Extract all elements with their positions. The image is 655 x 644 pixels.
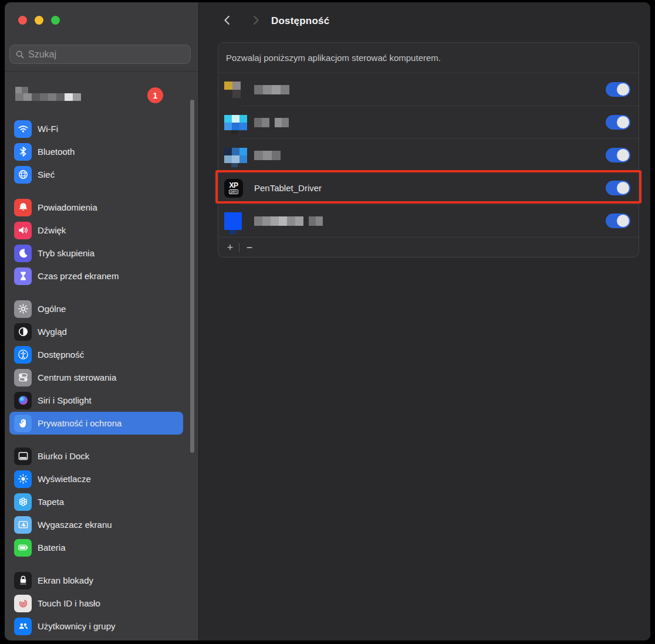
- sidebar-item-label: Tapeta: [38, 497, 64, 507]
- sidebar-item-czas-przed-ekranem[interactable]: Czas przed ekranem: [9, 265, 183, 287]
- app-row-redacted-5[interactable]: [218, 205, 639, 237]
- sidebar-nav: Wi-FiBluetoothSiećPowiadomieniaDźwiękTry…: [9, 117, 183, 640]
- app-toggle[interactable]: [606, 148, 630, 162]
- search-field[interactable]: [9, 45, 191, 64]
- close-button[interactable]: [18, 16, 27, 25]
- control-center-icon: [14, 369, 32, 387]
- zoom-button[interactable]: [51, 16, 60, 25]
- sidebar-item-dzwiek[interactable]: Dźwięk: [9, 219, 183, 242]
- sidebar-group: PowiadomieniaDźwiękTryb skupieniaCzas pr…: [9, 196, 183, 287]
- sidebar-scrollbar[interactable]: [190, 100, 194, 453]
- sidebar-item-label: Wi-Fi: [38, 124, 58, 134]
- redacted-app-name: [254, 85, 289, 94]
- sidebar-item-uzytkownicy-i-grupy[interactable]: Użytkownicy i grupy: [9, 615, 183, 638]
- accessibility-icon: [14, 346, 32, 364]
- sidebar-item-label: Ogólne: [38, 304, 66, 314]
- back-button[interactable]: [222, 15, 233, 26]
- forward-button[interactable]: [250, 15, 261, 26]
- app-icon-zone: [224, 212, 248, 230]
- siri-icon: [14, 392, 32, 409]
- battery-icon: [14, 539, 32, 557]
- sidebar-item-label: Dostępność: [38, 350, 84, 360]
- xppen-app-icon: XPpen: [224, 179, 243, 198]
- search-icon: [15, 50, 25, 59]
- sidebar-item-prywatnosc-i-ochrona[interactable]: Prywatność i ochrona: [9, 412, 183, 435]
- speaker-icon: [14, 222, 32, 239]
- toggle-knob: [617, 215, 629, 227]
- app-toggle[interactable]: [606, 82, 630, 97]
- search-input[interactable]: [28, 49, 185, 60]
- sidebar-group: Biurko i DockWyświetlaczeTapetaWygaszacz…: [9, 445, 183, 559]
- sidebar-item-bateria[interactable]: Bateria: [9, 536, 183, 559]
- hourglass-icon: [14, 267, 32, 285]
- add-app-button[interactable]: +: [224, 240, 236, 255]
- sidebar-item-label: Bluetooth: [38, 147, 75, 157]
- sidebar-item-label: Użytkownicy i grupy: [38, 621, 116, 631]
- redacted-app-name: [254, 216, 323, 226]
- redacted-app-name: [254, 118, 289, 127]
- appearance-icon: [14, 323, 32, 341]
- app-row-redacted-2[interactable]: [218, 106, 639, 138]
- toggle-knob: [617, 149, 629, 161]
- sidebar-item-label: Ekran blokady: [38, 575, 93, 585]
- toggle-knob: [617, 116, 629, 128]
- sidebar-item-label: Siri i Spotlight: [38, 395, 92, 405]
- redacted-app-name: [254, 151, 281, 160]
- page-title: Dostępność: [271, 15, 329, 27]
- app-row-redacted-3[interactable]: [218, 139, 639, 171]
- flower-icon: [14, 493, 32, 511]
- sidebar: 1 Wi-FiBluetoothSiećPowiadomieniaDźwiękT…: [5, 2, 198, 640]
- app-icon-zone: [224, 115, 248, 130]
- toggle-knob: [617, 83, 629, 96]
- sidebar-item-label: Wygląd: [38, 327, 67, 337]
- chevron-right-icon: [250, 15, 261, 26]
- redacted-app-icon: [224, 115, 247, 130]
- main-content: Dostępność Pozwalaj poniższym aplikacjom…: [198, 2, 650, 640]
- sidebar-item-tapeta[interactable]: Tapeta: [9, 490, 183, 513]
- app-icon-zone: XPpen: [224, 179, 248, 198]
- sidebar-item-touch-id-i-haslo[interactable]: Touch ID i hasło: [9, 592, 183, 615]
- minimize-button[interactable]: [35, 16, 43, 25]
- app-toggle[interactable]: [606, 115, 630, 130]
- sidebar-item-dostepnosc[interactable]: Dostępność: [9, 343, 183, 366]
- sidebar-item-siec[interactable]: Sieć: [9, 163, 183, 186]
- user-account-row[interactable]: 1: [15, 87, 188, 107]
- sidebar-item-label: Wygaszacz ekranu: [38, 520, 112, 530]
- sidebar-item-tryb-skupienia[interactable]: Tryb skupienia: [9, 242, 183, 265]
- sidebar-item-siri-i-spotlight[interactable]: Siri i Spotlight: [9, 389, 183, 412]
- app-row-redacted-1[interactable]: [218, 73, 639, 106]
- sidebar-item-label: Touch ID i hasło: [38, 598, 100, 608]
- sidebar-item-wyglad[interactable]: Wygląd: [9, 320, 183, 343]
- remove-app-button[interactable]: −: [244, 240, 255, 255]
- bluetooth-icon: [14, 143, 32, 161]
- sidebar-group: OgólneWyglądDostępnośćCentrum sterowania…: [9, 297, 183, 435]
- accessibility-apps-panel: Pozwalaj poniższym aplikacjom sterować k…: [218, 42, 639, 257]
- sidebar-item-ekran-blokady[interactable]: Ekran blokady: [9, 569, 183, 592]
- sidebar-item-wyswietlacze[interactable]: Wyświetlacze: [9, 467, 183, 490]
- notification-badge: 1: [147, 87, 163, 103]
- traffic-lights: [18, 16, 60, 25]
- gear-icon: [14, 300, 32, 318]
- sidebar-item-wygaszacz-ekranu[interactable]: Wygaszacz ekranu: [9, 513, 183, 536]
- sidebar-item-label: Prywatność i ochrona: [38, 418, 121, 428]
- sidebar-item-label: Dźwięk: [38, 225, 66, 235]
- app-row-pentablet-driver[interactable]: XPpenPenTablet_Driver: [218, 172, 639, 204]
- chevron-left-icon: [222, 15, 233, 26]
- moon-icon: [14, 245, 32, 262]
- app-toggle[interactable]: [606, 181, 630, 195]
- sidebar-item-ogolne[interactable]: Ogólne: [9, 297, 183, 320]
- panel-description: Pozwalaj poniższym aplikacjom sterować k…: [218, 43, 639, 73]
- app-name: PenTablet_Driver: [254, 183, 322, 193]
- sidebar-item-bluetooth[interactable]: Bluetooth: [9, 140, 183, 163]
- sidebar-item-powiadomienia[interactable]: Powiadomienia: [9, 196, 183, 219]
- wifi-icon: [14, 120, 32, 138]
- redacted-app-icon: [224, 82, 241, 98]
- sidebar-item-label: Sieć: [38, 170, 55, 179]
- app-toggle[interactable]: [606, 213, 630, 228]
- sidebar-item-centrum-sterowania[interactable]: Centrum sterowania: [9, 366, 183, 389]
- globe-icon: [14, 166, 32, 184]
- sidebar-item-biurko-i-dock[interactable]: Biurko i Dock: [9, 445, 183, 467]
- sun-icon: [14, 470, 32, 488]
- sidebar-item-wi-fi[interactable]: Wi-Fi: [9, 117, 183, 140]
- sidebar-item-label: Centrum sterowania: [38, 372, 116, 382]
